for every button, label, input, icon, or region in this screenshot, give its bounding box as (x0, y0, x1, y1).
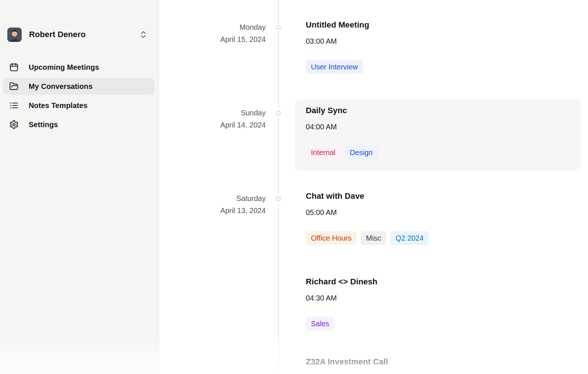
sidebar-item-label: My Conversations (29, 82, 93, 91)
meeting-entry[interactable]: Z32A Investment Call (159, 357, 588, 374)
timeline-dot (276, 196, 281, 201)
avatar (7, 28, 22, 42)
tag-q2-2024: Q2 2024 (390, 231, 429, 245)
meeting-entry[interactable]: Monday April 15, 2024 Untitled Meeting 0… (159, 20, 588, 90)
entry-date-label: April 15, 2024 (159, 33, 266, 46)
tag-user-interview: User Interview (306, 60, 363, 74)
entry-date: Sunday April 14, 2024 (159, 107, 266, 131)
entry-day-label: Monday (159, 21, 266, 33)
sidebar-item-my-conversations[interactable]: My Conversations (3, 78, 154, 95)
entry-day-label: Sunday (159, 107, 266, 119)
tag-internal: Internal (306, 145, 341, 159)
entry-date: Monday April 15, 2024 (159, 21, 266, 46)
calendar-icon (9, 62, 19, 72)
sidebar-item-label: Settings (29, 121, 58, 129)
tag-design: Design (345, 145, 378, 159)
entry-body: Daily Sync 04:00 AM Internal Design (306, 105, 378, 159)
meeting-tags: Office Hours Misc Q2 2024 (306, 231, 429, 245)
meeting-entry[interactable]: Saturday April 13, 2024 Chat with Dave 0… (159, 191, 588, 261)
chevron-up-down-icon (139, 30, 148, 39)
sidebar-item-settings[interactable]: Settings (3, 116, 154, 133)
sidebar-nav: Upcoming Meetings My Conversations Notes… (3, 59, 154, 135)
meeting-title: Chat with Dave (306, 191, 429, 201)
meeting-title: Richard <> Dinesh (306, 277, 377, 287)
tag-misc: Misc (361, 231, 386, 245)
meeting-time: 03:00 AM (306, 36, 369, 46)
sidebar-item-label: Notes Templates (29, 101, 87, 110)
user-name: Robert Denero (29, 30, 132, 39)
folder-icon (9, 82, 19, 91)
meeting-title: Z32A Investment Call (306, 357, 388, 367)
meeting-tags: Sales (306, 317, 377, 331)
meeting-time: 04:30 AM (306, 293, 377, 303)
timeline-dot (276, 25, 281, 30)
conversations-timeline: Monday April 15, 2024 Untitled Meeting 0… (159, 0, 588, 374)
entry-body: Z32A Investment Call (306, 357, 388, 367)
entry-day-label: Saturday (159, 193, 266, 205)
meeting-time: 05:00 AM (306, 207, 429, 217)
entry-date-label: April 14, 2024 (159, 119, 266, 131)
meeting-tags: User Interview (306, 60, 369, 74)
meeting-time: 04:00 AM (306, 122, 378, 132)
entry-date-label: April 13, 2024 (159, 205, 266, 217)
sidebar-item-label: Upcoming Meetings (29, 63, 99, 72)
tag-office-hours: Office Hours (306, 231, 357, 245)
entry-body: Untitled Meeting 03:00 AM User Interview (306, 20, 369, 74)
entry-body: Richard <> Dinesh 04:30 AM Sales (306, 277, 377, 331)
meeting-title: Untitled Meeting (306, 20, 369, 30)
sidebar-item-notes-templates[interactable]: Notes Templates (3, 97, 154, 114)
list-icon (9, 101, 19, 110)
gear-icon (9, 120, 19, 129)
sidebar: Robert Denero Upcoming Meetings My (0, 0, 159, 374)
meeting-title: Daily Sync (306, 105, 378, 116)
account-switcher-button[interactable]: Robert Denero (7, 27, 152, 42)
meeting-entry[interactable]: Sunday April 14, 2024 Daily Sync 04:00 A… (159, 105, 588, 175)
tag-sales: Sales (306, 317, 334, 331)
meeting-tags: Internal Design (306, 145, 378, 159)
sidebar-item-upcoming-meetings[interactable]: Upcoming Meetings (3, 59, 154, 76)
timeline-dot (276, 111, 281, 115)
entry-date: Saturday April 13, 2024 (159, 193, 266, 217)
entry-body: Chat with Dave 05:00 AM Office Hours Mis… (306, 191, 429, 245)
meeting-entry[interactable]: Richard <> Dinesh 04:30 AM Sales (159, 277, 588, 346)
